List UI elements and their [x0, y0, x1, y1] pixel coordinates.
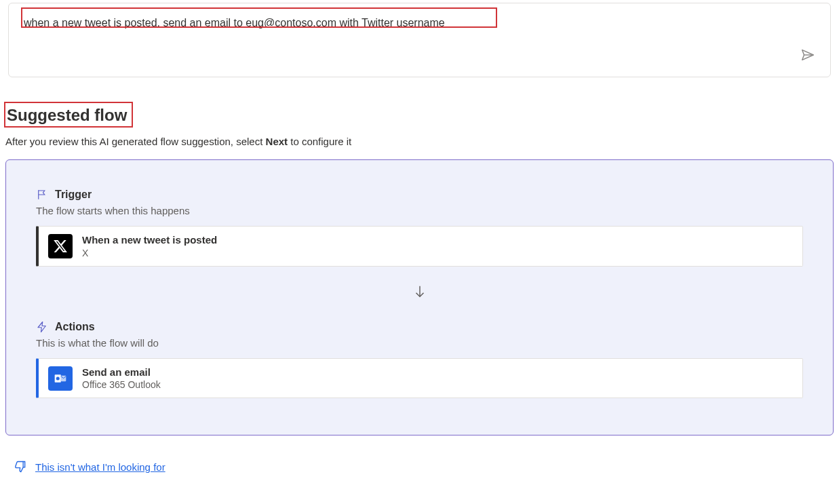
lightning-icon	[36, 321, 48, 333]
suggested-flow-title: Suggested flow	[7, 106, 839, 125]
action-step-title: Send an email	[82, 366, 161, 379]
send-button[interactable]	[798, 45, 818, 67]
trigger-step-title: When a new tweet is posted	[82, 233, 217, 247]
flag-icon	[36, 189, 48, 201]
action-step-card[interactable]: Send an email Office 365 Outlook	[36, 358, 803, 399]
feedback-link[interactable]: This isn't what I'm looking for	[35, 461, 165, 473]
trigger-step-connector: X	[82, 247, 217, 259]
arrow-down-icon	[412, 284, 427, 299]
actions-description: This is what the flow will do	[36, 337, 803, 349]
trigger-step-text: When a new tweet is posted X	[82, 233, 217, 259]
actions-label: Actions	[55, 321, 95, 333]
x-logo-icon	[48, 234, 73, 258]
action-step-connector: Office 365 Outlook	[82, 379, 161, 391]
send-icon	[800, 47, 815, 62]
subtitle-after: to configure it	[288, 136, 351, 147]
trigger-description: The flow starts when this happens	[36, 205, 803, 216]
trigger-label: Trigger	[55, 189, 92, 201]
trigger-header: Trigger	[36, 189, 803, 201]
section-subtitle: After you review this AI generated flow …	[5, 136, 839, 147]
outlook-logo-icon	[48, 366, 73, 391]
prompt-input-card[interactable]: when a new tweet is posted, send an emai…	[8, 3, 831, 77]
subtitle-before: After you review this AI generated flow …	[5, 136, 266, 147]
section-title-wrap: Suggested flow	[4, 106, 839, 125]
actions-header: Actions	[36, 321, 803, 333]
feedback-row: This isn't what I'm looking for	[14, 460, 839, 473]
svg-point-3	[56, 376, 60, 380]
thumbs-down-icon	[14, 460, 27, 473]
trigger-step-card[interactable]: When a new tweet is posted X	[36, 226, 803, 267]
action-step-text: Send an email Office 365 Outlook	[82, 366, 161, 391]
subtitle-bold: Next	[266, 136, 288, 147]
flow-arrow	[36, 284, 803, 302]
flow-panel: Trigger The flow starts when this happen…	[5, 159, 834, 435]
prompt-text[interactable]: when a new tweet is posted, send an emai…	[22, 13, 817, 33]
